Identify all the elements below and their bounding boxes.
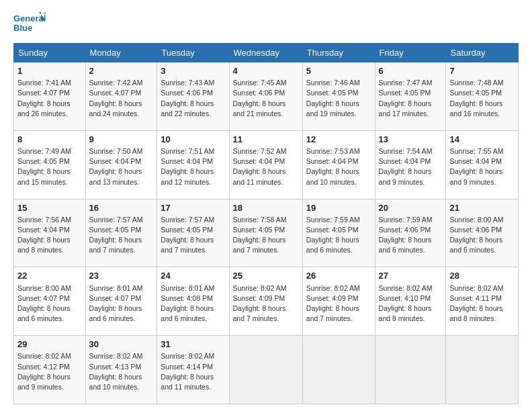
- day-cell: 8Sunrise: 7:49 AM Sunset: 4:05 PM Daylig…: [14, 130, 86, 199]
- day-cell: [375, 336, 446, 404]
- day-number: 21: [449, 202, 515, 214]
- header-tuesday: Tuesday: [157, 44, 229, 62]
- day-number: 28: [449, 270, 515, 282]
- header-wednesday: Wednesday: [229, 44, 302, 62]
- day-info: Sunrise: 7:51 AM Sunset: 4:04 PM Dayligh…: [161, 146, 225, 187]
- day-info: Sunrise: 7:57 AM Sunset: 4:05 PM Dayligh…: [161, 215, 225, 256]
- day-number: 2: [89, 65, 154, 77]
- day-cell: 12Sunrise: 7:53 AM Sunset: 4:04 PM Dayli…: [302, 130, 375, 199]
- day-cell: 2Sunrise: 7:42 AM Sunset: 4:07 PM Daylig…: [85, 62, 157, 131]
- day-number: 3: [161, 65, 225, 77]
- day-cell: 23Sunrise: 8:01 AM Sunset: 4:07 PM Dayli…: [85, 267, 157, 336]
- header-monday: Monday: [85, 44, 157, 62]
- header-saturday: Saturday: [446, 44, 519, 62]
- day-cell: 13Sunrise: 7:54 AM Sunset: 4:04 PM Dayli…: [375, 130, 446, 199]
- day-number: 15: [17, 202, 82, 214]
- day-info: Sunrise: 7:57 AM Sunset: 4:05 PM Dayligh…: [89, 215, 154, 256]
- day-number: 10: [161, 134, 225, 146]
- day-number: 20: [379, 202, 443, 214]
- week-row-2: 8Sunrise: 7:49 AM Sunset: 4:05 PM Daylig…: [14, 130, 519, 199]
- day-cell: 20Sunrise: 7:59 AM Sunset: 4:06 PM Dayli…: [375, 199, 446, 267]
- day-info: Sunrise: 8:02 AM Sunset: 4:12 PM Dayligh…: [17, 351, 82, 392]
- day-cell: 14Sunrise: 7:55 AM Sunset: 4:04 PM Dayli…: [446, 130, 519, 199]
- day-cell: 18Sunrise: 7:58 AM Sunset: 4:05 PM Dayli…: [229, 199, 302, 267]
- day-info: Sunrise: 7:58 AM Sunset: 4:05 PM Dayligh…: [233, 215, 299, 256]
- day-info: Sunrise: 8:02 AM Sunset: 4:11 PM Dayligh…: [449, 283, 515, 324]
- day-info: Sunrise: 7:41 AM Sunset: 4:07 PM Dayligh…: [17, 78, 82, 119]
- day-info: Sunrise: 8:00 AM Sunset: 4:06 PM Dayligh…: [449, 215, 515, 256]
- day-number: 14: [449, 134, 515, 146]
- day-number: 30: [89, 338, 154, 351]
- day-info: Sunrise: 7:46 AM Sunset: 4:05 PM Dayligh…: [306, 78, 371, 119]
- day-cell: 7Sunrise: 7:48 AM Sunset: 4:05 PM Daylig…: [446, 62, 519, 131]
- day-cell: 10Sunrise: 7:51 AM Sunset: 4:04 PM Dayli…: [157, 130, 229, 199]
- day-number: 1: [17, 65, 82, 77]
- week-row-3: 15Sunrise: 7:56 AM Sunset: 4:04 PM Dayli…: [14, 199, 519, 267]
- week-row-1: 1Sunrise: 7:41 AM Sunset: 4:07 PM Daylig…: [14, 62, 519, 131]
- day-cell: 5Sunrise: 7:46 AM Sunset: 4:05 PM Daylig…: [302, 62, 375, 131]
- day-info: Sunrise: 7:50 AM Sunset: 4:04 PM Dayligh…: [89, 146, 154, 187]
- day-number: 4: [233, 65, 299, 77]
- day-cell: [229, 336, 302, 404]
- day-number: 5: [306, 65, 371, 77]
- day-cell: 21Sunrise: 8:00 AM Sunset: 4:06 PM Dayli…: [446, 199, 519, 267]
- day-info: Sunrise: 7:52 AM Sunset: 4:04 PM Dayligh…: [233, 146, 299, 187]
- day-number: 25: [233, 270, 299, 282]
- day-cell: 1Sunrise: 7:41 AM Sunset: 4:07 PM Daylig…: [14, 62, 86, 131]
- day-number: 22: [17, 270, 82, 282]
- day-info: Sunrise: 7:42 AM Sunset: 4:07 PM Dayligh…: [89, 78, 154, 119]
- day-number: 18: [233, 202, 299, 214]
- day-number: 27: [379, 270, 443, 282]
- day-cell: 15Sunrise: 7:56 AM Sunset: 4:04 PM Dayli…: [14, 199, 86, 267]
- day-info: Sunrise: 7:45 AM Sunset: 4:06 PM Dayligh…: [233, 78, 299, 119]
- day-cell: 9Sunrise: 7:50 AM Sunset: 4:04 PM Daylig…: [85, 130, 157, 199]
- day-number: 11: [233, 134, 299, 146]
- day-number: 19: [306, 202, 371, 214]
- day-info: Sunrise: 7:48 AM Sunset: 4:05 PM Dayligh…: [449, 78, 515, 119]
- day-number: 13: [379, 134, 443, 146]
- day-cell: 22Sunrise: 8:00 AM Sunset: 4:07 PM Dayli…: [14, 267, 86, 336]
- day-info: Sunrise: 8:01 AM Sunset: 4:08 PM Dayligh…: [161, 283, 225, 324]
- day-info: Sunrise: 7:56 AM Sunset: 4:04 PM Dayligh…: [17, 215, 82, 256]
- day-info: Sunrise: 8:02 AM Sunset: 4:10 PM Dayligh…: [379, 283, 443, 324]
- day-number: 9: [89, 134, 154, 146]
- day-info: Sunrise: 7:59 AM Sunset: 4:05 PM Dayligh…: [306, 215, 371, 256]
- day-number: 26: [306, 270, 371, 282]
- day-cell: 27Sunrise: 8:02 AM Sunset: 4:10 PM Dayli…: [375, 267, 446, 336]
- day-cell: 11Sunrise: 7:52 AM Sunset: 4:04 PM Dayli…: [229, 130, 302, 199]
- day-cell: 6Sunrise: 7:47 AM Sunset: 4:05 PM Daylig…: [375, 62, 446, 131]
- day-info: Sunrise: 7:49 AM Sunset: 4:05 PM Dayligh…: [17, 146, 82, 187]
- day-cell: 16Sunrise: 7:57 AM Sunset: 4:05 PM Dayli…: [85, 199, 157, 267]
- day-cell: 3Sunrise: 7:43 AM Sunset: 4:06 PM Daylig…: [157, 62, 229, 131]
- day-number: 23: [89, 270, 154, 282]
- day-info: Sunrise: 7:59 AM Sunset: 4:06 PM Dayligh…: [379, 215, 443, 256]
- day-cell: 26Sunrise: 8:02 AM Sunset: 4:09 PM Dayli…: [302, 267, 375, 336]
- day-cell: [446, 336, 519, 404]
- day-cell: 25Sunrise: 8:02 AM Sunset: 4:09 PM Dayli…: [229, 267, 302, 336]
- day-cell: 17Sunrise: 7:57 AM Sunset: 4:05 PM Dayli…: [157, 199, 229, 267]
- logo-svg: General Blue: [13, 11, 47, 36]
- day-cell: [302, 336, 375, 404]
- day-number: 24: [161, 270, 225, 282]
- day-info: Sunrise: 7:47 AM Sunset: 4:05 PM Dayligh…: [379, 78, 443, 119]
- day-info: Sunrise: 8:02 AM Sunset: 4:13 PM Dayligh…: [89, 351, 154, 392]
- day-number: 12: [306, 134, 371, 146]
- header-sunday: Sunday: [14, 44, 86, 62]
- day-number: 6: [379, 65, 443, 77]
- calendar-table: SundayMondayTuesdayWednesdayThursdayFrid…: [13, 43, 519, 404]
- svg-text:Blue: Blue: [13, 23, 32, 33]
- day-info: Sunrise: 7:53 AM Sunset: 4:04 PM Dayligh…: [306, 146, 371, 187]
- day-cell: 19Sunrise: 7:59 AM Sunset: 4:05 PM Dayli…: [302, 199, 375, 267]
- week-row-5: 29Sunrise: 8:02 AM Sunset: 4:12 PM Dayli…: [14, 336, 519, 404]
- header-thursday: Thursday: [302, 44, 375, 62]
- day-info: Sunrise: 8:00 AM Sunset: 4:07 PM Dayligh…: [17, 283, 82, 324]
- header-friday: Friday: [375, 44, 446, 62]
- day-info: Sunrise: 7:55 AM Sunset: 4:04 PM Dayligh…: [449, 146, 515, 187]
- day-info: Sunrise: 8:02 AM Sunset: 4:09 PM Dayligh…: [233, 283, 299, 324]
- day-cell: 4Sunrise: 7:45 AM Sunset: 4:06 PM Daylig…: [229, 62, 302, 131]
- day-info: Sunrise: 8:01 AM Sunset: 4:07 PM Dayligh…: [89, 283, 154, 324]
- day-number: 31: [161, 338, 225, 351]
- day-cell: 28Sunrise: 8:02 AM Sunset: 4:11 PM Dayli…: [446, 267, 519, 336]
- day-number: 16: [89, 202, 154, 214]
- day-cell: 24Sunrise: 8:01 AM Sunset: 4:08 PM Dayli…: [157, 267, 229, 336]
